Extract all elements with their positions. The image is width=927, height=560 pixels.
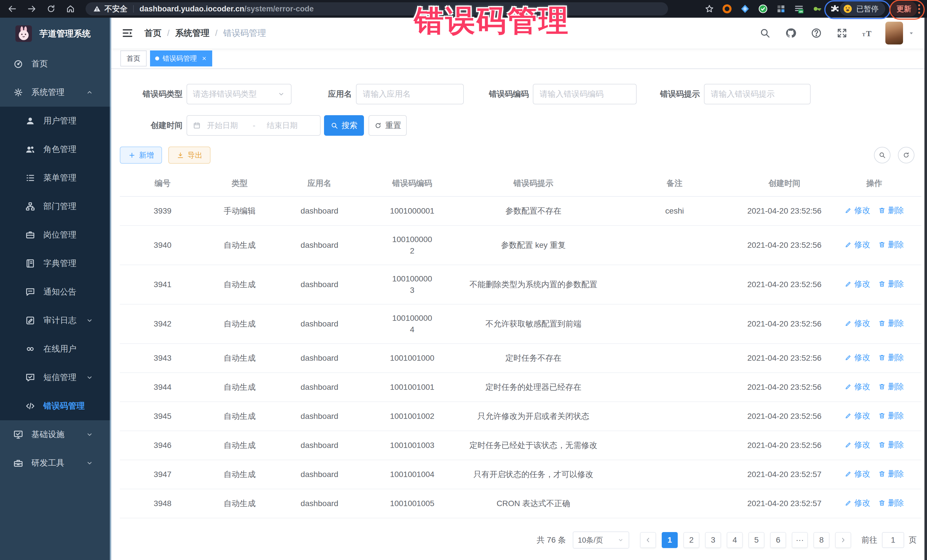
sidebar-item-menu-management[interactable]: 菜单管理 — [0, 164, 111, 192]
sidebar-item-dict-management[interactable]: 字典管理 — [0, 249, 111, 278]
search-icon[interactable] — [759, 27, 771, 39]
reset-button[interactable]: 重置 — [369, 115, 407, 136]
page-size-select[interactable]: 10条/页 — [573, 531, 629, 549]
search-button[interactable]: 搜索 — [324, 115, 364, 136]
tag-close-icon[interactable] — [201, 56, 207, 61]
avatar-caret-down-icon[interactable] — [907, 29, 915, 37]
table-toolbar: 新增 导出 — [120, 147, 918, 164]
create-time-range-picker[interactable]: 开始日期 - 结束日期 — [187, 115, 321, 136]
cell-time: 2021-04-20 23:52:56 — [742, 373, 827, 402]
svg-text:T: T — [862, 32, 865, 37]
github-icon[interactable] — [785, 27, 796, 39]
ext-gem-icon[interactable] — [740, 4, 750, 14]
jump-page-input[interactable] — [882, 532, 904, 548]
back-arrow-icon[interactable] — [8, 4, 17, 14]
sidebar-item-sms-management[interactable]: 短信管理 — [0, 363, 111, 392]
edit-link[interactable]: 修改 — [845, 381, 870, 392]
forward-arrow-icon[interactable] — [27, 4, 36, 14]
error-code-label: 错误码编码 — [480, 89, 529, 100]
edit-link[interactable]: 修改 — [845, 318, 870, 329]
export-button[interactable]: 导出 — [168, 147, 211, 164]
edit-link[interactable]: 修改 — [845, 410, 870, 422]
delete-icon — [878, 354, 886, 361]
page-button-4[interactable]: 4 — [727, 532, 743, 548]
sidebar-item-error-code-management[interactable]: 错误码管理 — [0, 392, 111, 420]
fullscreen-icon[interactable] — [836, 27, 848, 39]
sidebar-item-dev-tools[interactable]: 研发工具 — [0, 449, 111, 477]
reload-icon[interactable] — [46, 4, 56, 14]
sidebar-item-system-management[interactable]: 系统管理 — [0, 78, 111, 107]
breadcrumb-item[interactable]: 系统管理 — [175, 27, 209, 39]
delete-link[interactable]: 删除 — [878, 497, 904, 509]
edit-link[interactable]: 修改 — [845, 239, 870, 250]
delete-link[interactable]: 删除 — [878, 410, 904, 422]
sidebar-item-notice-announcement[interactable]: 通知公告 — [0, 278, 111, 306]
window-scrollbar[interactable] — [924, 18, 927, 560]
add-button[interactable]: 新增 — [120, 147, 162, 164]
error-type-select[interactable]: 请选择错误码类型 — [187, 84, 292, 104]
edit-link[interactable]: 修改 — [845, 468, 870, 480]
sidebar-item-post-management[interactable]: 岗位管理 — [0, 221, 111, 249]
dashboard-icon — [13, 59, 23, 69]
delete-link[interactable]: 删除 — [878, 352, 904, 363]
page-ellipsis[interactable]: ··· — [792, 532, 808, 548]
home-icon[interactable] — [65, 4, 75, 14]
app-logo-row[interactable]: 芋道管理系统 — [0, 18, 111, 50]
page-button-1[interactable]: 1 — [662, 532, 678, 548]
font-size-icon[interactable]: TT — [862, 27, 873, 39]
tag-active[interactable]: 错误码管理 — [150, 50, 212, 67]
edit-link[interactable]: 修改 — [845, 497, 870, 509]
breadcrumb-item[interactable]: 首页 — [144, 27, 161, 39]
pagination: 共 76 条 10条/页 123456···8 前往 页 — [120, 531, 918, 549]
error-hint-input[interactable] — [704, 84, 811, 104]
sidebar-item-online-users[interactable]: 在线用户 — [0, 335, 111, 363]
sidebar-item-infrastructure[interactable]: 基础设施 — [0, 420, 111, 449]
toggle-search-button[interactable] — [874, 147, 891, 163]
sidebar-item-role-management[interactable]: 角色管理 — [0, 135, 111, 164]
delete-link[interactable]: 删除 — [878, 468, 904, 480]
tag-item[interactable]: 首页 — [120, 50, 147, 67]
sidebar-item-audit-log[interactable]: 审计日志 — [0, 306, 111, 335]
edit-link[interactable]: 修改 — [845, 205, 870, 216]
delete-link[interactable]: 删除 — [878, 205, 904, 216]
star-icon[interactable] — [705, 4, 714, 14]
profile-paused-badge[interactable]: 已暂停 — [840, 2, 885, 16]
app-name-input[interactable] — [356, 84, 464, 104]
browser-menu-icon[interactable] — [918, 4, 920, 14]
next-page-button[interactable] — [835, 532, 851, 548]
error-code-input[interactable] — [533, 84, 637, 104]
sidebar-item-dept-management[interactable]: 部门管理 — [0, 192, 111, 221]
cell-code: 1001001002 — [365, 402, 459, 431]
help-icon[interactable] — [811, 27, 822, 39]
page-button-3[interactable]: 3 — [705, 532, 721, 548]
edit-link[interactable]: 修改 — [845, 439, 870, 451]
page-button-8[interactable]: 8 — [813, 532, 830, 548]
browser-update-button[interactable]: 更新 — [891, 2, 917, 17]
jump-prefix-label: 前往 — [862, 535, 877, 545]
delete-link[interactable]: 删除 — [878, 439, 904, 451]
address-bar[interactable]: 不安全 dashboard.yudao.iocoder.cn/system/er… — [85, 2, 668, 15]
sidebar-item-user-management[interactable]: 用户管理 — [0, 107, 111, 135]
prev-page-button[interactable] — [640, 532, 656, 548]
avatar[interactable] — [885, 22, 903, 44]
extensions-puzzle-icon[interactable] — [830, 4, 840, 14]
ext-ring-icon[interactable] — [722, 4, 732, 14]
page-button-5[interactable]: 5 — [748, 532, 764, 548]
page-button-6[interactable]: 6 — [770, 532, 786, 548]
sidebar-item-home[interactable]: 首页 — [0, 50, 111, 78]
ext-key-icon[interactable] — [812, 4, 822, 14]
delete-link[interactable]: 删除 — [878, 381, 904, 392]
hamburger-icon[interactable] — [122, 27, 134, 39]
refresh-table-button[interactable] — [898, 147, 915, 163]
page-button-2[interactable]: 2 — [684, 532, 699, 548]
ext-shield-check-icon[interactable] — [758, 4, 768, 14]
delete-link[interactable]: 删除 — [878, 278, 904, 290]
delete-link[interactable]: 删除 — [878, 318, 904, 329]
cell-id: 3948 — [120, 489, 205, 518]
ext-switch-on-icon[interactable]: on — [794, 4, 804, 14]
ext-grid-icon[interactable] — [776, 4, 786, 14]
cell-time: 2021-04-20 23:52:57 — [742, 489, 827, 518]
edit-link[interactable]: 修改 — [845, 278, 870, 290]
delete-link[interactable]: 删除 — [878, 239, 904, 250]
edit-link[interactable]: 修改 — [845, 352, 870, 363]
